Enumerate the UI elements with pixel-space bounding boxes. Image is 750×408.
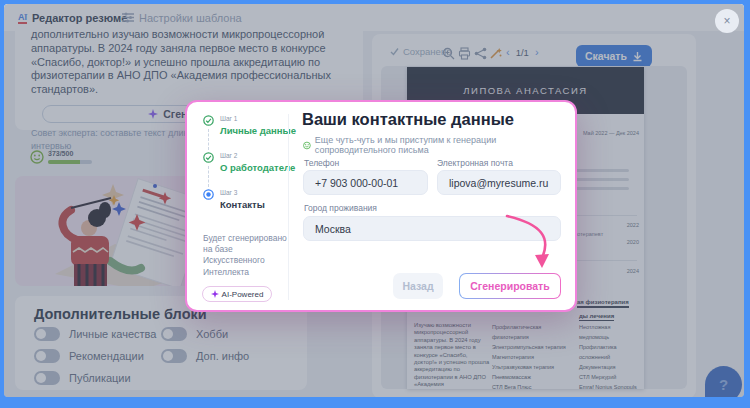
step-connector [208, 166, 209, 187]
modal-subtitle: Еще чуть-чуть и мы приступим к генерации… [303, 135, 575, 155]
app-window: дополнительно изучаю возможности микропр… [4, 4, 744, 397]
email-label: Электронная почта [437, 158, 513, 168]
close-icon: × [723, 14, 730, 28]
step-done-icon [203, 152, 214, 163]
ai-powered-label: AI-Powered [222, 290, 264, 299]
modal-title: Ваши контактные данные [302, 110, 514, 129]
city-label: Город проживания [304, 203, 377, 213]
back-label: Назад [402, 280, 433, 292]
step-current-icon [203, 189, 214, 200]
email-field[interactable] [437, 170, 561, 195]
ai-powered-badge: AI-Powered [202, 286, 272, 302]
ai-generation-note: Будет сгенерировано на базе Искусственно… [203, 233, 287, 278]
step-number: Шаг 3 [220, 189, 237, 196]
step-connector [208, 129, 209, 150]
contact-data-modal: Шаг 1 Личные данные Шаг 2 О работодателе… [185, 100, 577, 312]
sparkle-icon [211, 290, 219, 298]
close-button[interactable]: × [715, 9, 739, 33]
phone-field[interactable] [303, 170, 428, 195]
back-button[interactable]: Назад [393, 273, 443, 299]
modal-subtitle-text: Еще чуть-чуть и мы приступим к генерации… [315, 135, 575, 155]
modal-divider [288, 114, 289, 300]
generate-button[interactable]: Сгенерировать [459, 273, 561, 299]
step-contacts[interactable]: Контакты [220, 199, 265, 210]
city-field[interactable] [303, 216, 561, 241]
smiley-icon [303, 141, 311, 150]
step-personal-data[interactable]: Личные данные [220, 125, 296, 136]
generate-label: Сгенерировать [470, 280, 549, 292]
step-number: Шаг 2 [220, 152, 237, 159]
step-done-icon [203, 115, 214, 126]
step-number: Шаг 1 [220, 115, 237, 122]
step-employer[interactable]: О работодателе [220, 162, 295, 173]
phone-label: Телефон [304, 158, 339, 168]
